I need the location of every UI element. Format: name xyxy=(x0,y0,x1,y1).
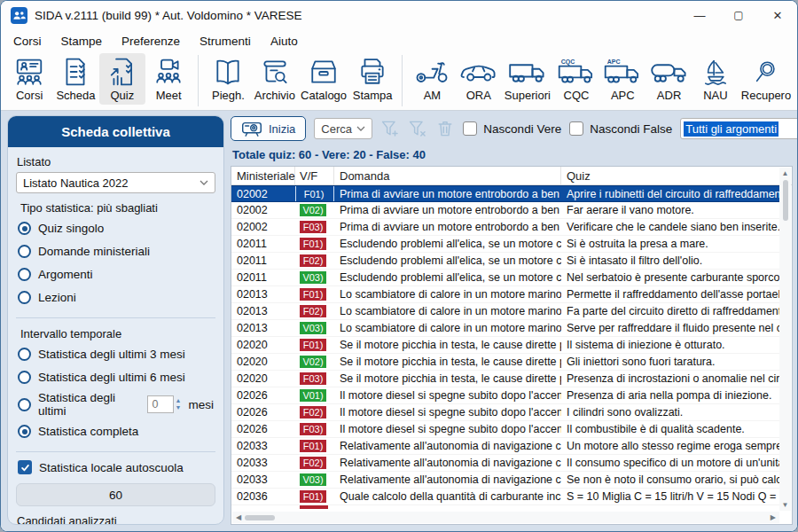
horizontal-scroll-thumb[interactable] xyxy=(245,515,275,520)
radio-option[interactable]: Statistica degli ultimi 3 mesi xyxy=(18,345,214,364)
radio-button-icon[interactable] xyxy=(18,268,31,281)
inizia-button[interactable]: Inizia xyxy=(231,116,306,141)
table-row[interactable]: 02013F02)Lo scambiatore di calore in un … xyxy=(231,303,779,320)
scroll-right-icon[interactable]: ▶ xyxy=(771,513,776,521)
filter-add-icon[interactable] xyxy=(380,118,400,140)
close-button[interactable]: ✕ xyxy=(758,1,797,29)
table-row[interactable]: 02020V02)Se il motore picchia in testa, … xyxy=(231,354,779,371)
table-row[interactable]: 02002F03)Prima di avviare un motore entr… xyxy=(231,219,779,236)
table-row[interactable]: 02033F01)Relativamente all'autonomia di … xyxy=(231,438,779,455)
radio-button-icon[interactable] xyxy=(18,398,31,411)
cell-vf: V02) xyxy=(295,202,334,218)
cell-vf: V03) xyxy=(295,320,334,336)
table-row[interactable]: 02013V03)Lo scambiatore di calore in un … xyxy=(231,320,779,337)
scroll-up-icon[interactable]: ▲ xyxy=(782,169,789,177)
toolbar-button-nau[interactable]: NAU xyxy=(692,53,739,105)
radio-button-icon[interactable] xyxy=(18,348,31,361)
table-row[interactable]: 02011F02)Escludendo problemi all'elica, … xyxy=(231,253,779,270)
radio-button-icon[interactable] xyxy=(18,291,31,304)
checkbox-unchecked-icon[interactable] xyxy=(569,121,583,136)
table-row[interactable]: 02011F01)Escludendo problemi all'elica, … xyxy=(231,236,779,253)
toolbar-button-meet[interactable]: Meet xyxy=(145,53,192,105)
menu-item-stampe[interactable]: Stampe xyxy=(51,32,113,51)
horizontal-scrollbar[interactable]: ◀ ▶ xyxy=(232,512,779,523)
toolbar-label: Stampa xyxy=(353,89,393,102)
minimize-button[interactable]: — xyxy=(680,1,719,29)
checkbox-unchecked-icon[interactable] xyxy=(463,121,477,136)
months-spinner[interactable]: 0▲▼ xyxy=(147,395,182,413)
trash-icon[interactable] xyxy=(435,118,455,140)
nascondi-false-checkbox-row[interactable]: Nascondi False xyxy=(569,121,672,136)
radio-option[interactable]: Lezioni xyxy=(18,288,214,307)
toolbar-button-scheda[interactable]: Scheda xyxy=(52,53,98,105)
scroll-left-icon[interactable]: ◀ xyxy=(236,513,241,521)
cell-vf: V02) xyxy=(295,354,334,370)
cell-quiz: Si è intasato il filtro dell'olio. xyxy=(561,253,779,269)
svg-text:CQC: CQC xyxy=(561,59,575,66)
radio-option[interactable]: Domande ministeriali xyxy=(18,242,214,261)
column-header-quiz[interactable]: Quiz xyxy=(561,167,779,184)
toolbar-button-cqc[interactable]: CQCCQC xyxy=(553,53,599,105)
radio-button-icon[interactable] xyxy=(18,245,31,258)
argomenti-dropdown[interactable]: Tutti gli argomenti xyxy=(680,118,798,139)
toolbar-button-stampa[interactable]: Stampa xyxy=(349,53,395,105)
group-divider xyxy=(16,317,215,318)
cell-quiz: Verificare che le candele siano ben inse… xyxy=(561,219,779,235)
toolbar-label: Piegh. xyxy=(212,89,245,102)
radio-option[interactable]: Statistica degli ultimi0▲▼mesi xyxy=(18,391,214,418)
table-row[interactable]: 02002F01)Prima di avviare un motore entr… xyxy=(231,185,779,202)
table-row[interactable]: 02036F01)Quale calcolo della quantità di… xyxy=(231,489,779,505)
table-row[interactable]: 02020F01)Se il motore picchia in testa, … xyxy=(231,337,779,354)
table-row[interactable]: 02033V03)Relativamente all'autonomia di … xyxy=(231,472,779,489)
column-header-vf[interactable]: V/F xyxy=(295,167,334,184)
toolbar-button-archivio[interactable]: Archivio xyxy=(252,53,299,105)
vertical-scrollbar[interactable]: ▲ ▼ xyxy=(779,168,791,511)
radio-button-icon[interactable] xyxy=(18,371,31,384)
cerca-dropdown[interactable]: Cerca ne xyxy=(314,118,372,139)
maximize-button[interactable]: ▢ xyxy=(719,1,758,29)
table-row[interactable]: 02026V01)Il motore diesel si spegne subi… xyxy=(231,387,779,404)
radio-option[interactable]: Statistica completa xyxy=(18,422,214,441)
menu-item-strumenti[interactable]: Strumenti xyxy=(190,32,261,51)
toolbar-button-am[interactable]: AM xyxy=(409,53,455,105)
toolbar-button-apc[interactable]: APCAPC xyxy=(599,53,645,105)
radio-option[interactable]: Argomenti xyxy=(18,265,214,284)
toolbar-label: Recupero xyxy=(741,89,791,102)
menu-item-preferenze[interactable]: Preferenze xyxy=(112,32,190,51)
radio-button-icon[interactable] xyxy=(18,425,31,438)
table-row[interactable]: 02020F03)Se il motore picchia in testa, … xyxy=(231,371,779,387)
table-row[interactable]: 02033F02)Relativamente all'autonomia di … xyxy=(231,455,779,472)
spinner-arrows-icon[interactable]: ▲▼ xyxy=(176,397,182,411)
column-header-domanda[interactable]: Domanda xyxy=(334,167,561,184)
vertical-scroll-thumb[interactable] xyxy=(783,180,788,221)
table-row[interactable]: 02011V03)Escludendo problemi all'elica, … xyxy=(231,270,779,286)
table-row[interactable]: 02026F03)Il motore diesel si spegne subi… xyxy=(231,421,779,438)
toolbar-button-recupero[interactable]: Recupero xyxy=(739,53,794,105)
radio-option[interactable]: Quiz singolo xyxy=(18,219,214,238)
nascondi-vere-checkbox-row[interactable]: Nascondi Vere xyxy=(463,121,561,136)
toolbar-button-corsi[interactable]: Corsi xyxy=(6,53,52,105)
toolbar-button-adr[interactable]: ADR xyxy=(645,53,692,105)
menu-item-aiuto[interactable]: Aiuto xyxy=(261,32,308,51)
scroll-down-icon[interactable]: ▼ xyxy=(782,501,789,509)
radio-button-icon[interactable] xyxy=(18,222,31,235)
listato-dropdown[interactable]: Listato Nautica 2022 xyxy=(16,172,215,193)
app-window: SIDA v.2111 (build 99) * Aut. Voldomino … xyxy=(0,0,798,532)
toolbar-button-catalogo[interactable]: Catalogo xyxy=(298,53,349,105)
table-row[interactable]: 02013F01)Lo scambiatore di calore in un … xyxy=(231,286,779,303)
column-header-ministeriale[interactable]: Ministeriale xyxy=(231,167,295,184)
menu-item-corsi[interactable]: Corsi xyxy=(4,32,51,51)
toolbar-button-ora[interactable]: ORA xyxy=(456,53,502,105)
toolbar-button-piegh[interactable]: Piegh. xyxy=(205,53,251,105)
checkbox-checked-icon[interactable] xyxy=(18,460,32,474)
filter-clear-icon[interactable] xyxy=(408,118,427,140)
table-row[interactable]: 02002V02)Prima di avviare un motore entr… xyxy=(231,202,779,219)
cell-vf: F02) xyxy=(295,303,334,319)
toolbar-button-superiori[interactable]: Superiori xyxy=(502,53,553,105)
toolbar-label: Archivio xyxy=(254,89,295,102)
table-row[interactable]: 02026F02)Il motore diesel si spegne subi… xyxy=(231,404,779,421)
radio-option[interactable]: Statistica degli ultimi 6 mesi xyxy=(18,368,214,387)
toolbar-button-quiz[interactable]: Quiz xyxy=(99,53,145,105)
statistica-locale-checkbox-row[interactable]: Statistica locale autoscuola xyxy=(18,460,214,474)
truck-cqc-icon: CQC xyxy=(556,55,597,89)
